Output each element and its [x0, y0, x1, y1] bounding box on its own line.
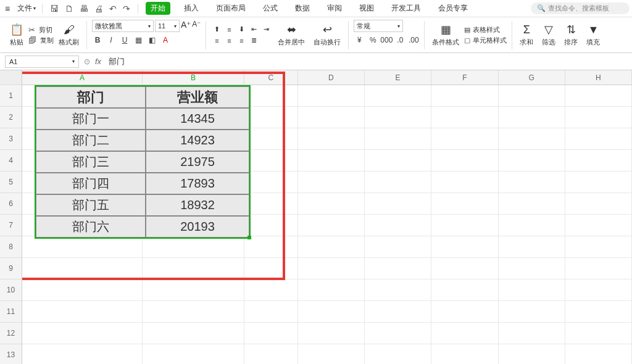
col-header[interactable]: C: [244, 70, 298, 85]
tab-insert[interactable]: 插入: [180, 1, 202, 16]
table-cell[interactable]: 部门二: [36, 130, 146, 151]
merge-center-button[interactable]: ⬌ 合并居中: [275, 22, 307, 48]
row-header[interactable]: 10: [0, 279, 22, 301]
cells-area[interactable]: 部门 营业额 部门一14345 部门二14923 部门三21975 部门四178…: [22, 85, 632, 364]
thousands-icon[interactable]: 000: [381, 35, 392, 46]
wrap-text-button[interactable]: ↩ 自动换行: [311, 22, 343, 48]
underline-button[interactable]: U: [119, 35, 130, 46]
table-cell[interactable]: 部门三: [36, 151, 146, 173]
justify-icon[interactable]: ≣: [248, 36, 259, 46]
undo-icon[interactable]: ↶: [109, 4, 117, 14]
row-header[interactable]: 9: [0, 258, 22, 279]
fx-icon[interactable]: fx: [95, 57, 101, 66]
sum-button[interactable]: Σ求和: [517, 22, 536, 48]
decrease-decimal-icon[interactable]: .00: [408, 35, 419, 46]
print-preview-icon[interactable]: 🗋: [65, 4, 73, 14]
align-center-icon[interactable]: ≡: [223, 36, 235, 46]
row-header[interactable]: 4: [0, 150, 22, 172]
align-top-icon[interactable]: ⬆: [211, 25, 222, 35]
fill-color-button[interactable]: ◧: [146, 35, 157, 46]
selected-data-range[interactable]: 部门 营业额 部门一14345 部门二14923 部门三21975 部门四178…: [35, 85, 251, 239]
print-direct-icon[interactable]: 🖨: [94, 4, 103, 14]
percent-icon[interactable]: %: [367, 35, 378, 46]
currency-icon[interactable]: ¥: [354, 35, 365, 46]
align-middle-icon[interactable]: ≡: [223, 25, 235, 35]
table-cell[interactable]: 18932: [146, 194, 249, 216]
name-box[interactable]: A1 ▾: [5, 56, 79, 68]
formula-input[interactable]: 部门: [106, 56, 627, 67]
table-style-button[interactable]: ▤表格样式: [464, 25, 507, 35]
table-cell[interactable]: 20193: [146, 216, 249, 238]
col-header[interactable]: E: [365, 70, 431, 85]
copy-button[interactable]: 🗐复制: [28, 36, 54, 45]
decrease-font-icon[interactable]: A⁻: [192, 20, 201, 32]
col-header[interactable]: B: [143, 70, 244, 85]
row-header[interactable]: 3: [0, 128, 22, 150]
row-header[interactable]: 2: [0, 107, 22, 128]
file-menu[interactable]: 文件 ▾: [14, 3, 40, 14]
table-header[interactable]: 营业额: [146, 86, 249, 108]
redo-icon[interactable]: ↷: [123, 4, 130, 14]
tab-view[interactable]: 视图: [356, 1, 378, 16]
table-cell[interactable]: 部门一: [36, 108, 146, 130]
font-color-button[interactable]: A: [160, 35, 171, 46]
conditional-format-button[interactable]: ▦ 条件格式: [430, 22, 462, 48]
tab-developer[interactable]: 开发工具: [388, 1, 425, 16]
align-left-icon[interactable]: ≡: [211, 36, 222, 46]
search-input[interactable]: 🔍 查找命令、搜索模板: [531, 2, 630, 14]
cell-style-button[interactable]: ▢单元格样式: [464, 36, 507, 45]
fill-button[interactable]: ▼填充: [584, 22, 602, 48]
row-header[interactable]: 12: [0, 323, 22, 344]
select-all-corner[interactable]: [0, 70, 22, 85]
col-header[interactable]: H: [565, 70, 632, 85]
table-header[interactable]: 部门: [36, 86, 146, 108]
table-cell[interactable]: 部门四: [36, 173, 146, 194]
table-cell[interactable]: 14923: [146, 130, 249, 151]
cut-button[interactable]: ✂剪切: [28, 25, 54, 35]
print-icon[interactable]: 🖶: [80, 4, 88, 14]
increase-font-icon[interactable]: A⁺: [181, 20, 191, 32]
selection-handle[interactable]: [247, 236, 251, 239]
align-bottom-icon[interactable]: ⬇: [236, 25, 247, 35]
col-header[interactable]: A: [22, 70, 143, 85]
row-header[interactable]: 1: [0, 85, 22, 107]
col-header[interactable]: G: [499, 70, 565, 85]
table-cell[interactable]: 14345: [146, 108, 249, 130]
italic-button[interactable]: I: [106, 35, 117, 46]
bold-button[interactable]: B: [92, 35, 103, 46]
save-icon[interactable]: 🖫: [50, 4, 59, 14]
indent-increase-icon[interactable]: ⇥: [260, 25, 272, 35]
sort-button[interactable]: ⇅排序: [562, 22, 580, 48]
font-size-select[interactable]: 11▾: [155, 20, 180, 32]
tab-formula[interactable]: 公式: [259, 1, 281, 16]
col-header[interactable]: D: [298, 70, 365, 85]
row-header[interactable]: 8: [0, 236, 22, 258]
col-header[interactable]: F: [431, 70, 498, 85]
font-name-select[interactable]: 微软雅黑▾: [92, 20, 154, 32]
tab-page-layout[interactable]: 页面布局: [212, 1, 249, 16]
row-header[interactable]: 5: [0, 172, 22, 193]
indent-decrease-icon[interactable]: ⇤: [248, 25, 259, 35]
tab-data[interactable]: 数据: [291, 1, 314, 16]
table-cell[interactable]: 21975: [146, 151, 249, 173]
table-cell[interactable]: 17893: [146, 173, 249, 194]
tab-start[interactable]: 开始: [146, 2, 170, 15]
menu-icon[interactable]: ≡: [2, 4, 12, 14]
tab-review[interactable]: 审阅: [323, 1, 346, 16]
format-painter-button[interactable]: 🖌 格式刷: [56, 22, 81, 48]
filter-button[interactable]: ▽筛选: [539, 22, 558, 48]
row-header[interactable]: 7: [0, 215, 22, 236]
border-button[interactable]: ▦: [133, 35, 144, 46]
row-header[interactable]: 13: [0, 344, 22, 364]
row-header[interactable]: 11: [0, 301, 22, 323]
row-header[interactable]: 6: [0, 193, 22, 215]
table-cell[interactable]: 部门五: [36, 194, 146, 216]
table-cell[interactable]: 部门六: [36, 216, 146, 238]
align-right-icon[interactable]: ≡: [236, 36, 247, 46]
increase-decimal-icon[interactable]: .0: [394, 35, 405, 46]
number-format-select[interactable]: 常规▾: [354, 20, 403, 32]
tab-member[interactable]: 会员专享: [434, 1, 472, 16]
paste-button[interactable]: 📋 粘贴: [7, 22, 26, 48]
expand-icon[interactable]: ⊙: [84, 57, 90, 66]
quick-access-toolbar: 🖫 🗋 🖶 🖨 ↶ ↷: [45, 4, 135, 14]
